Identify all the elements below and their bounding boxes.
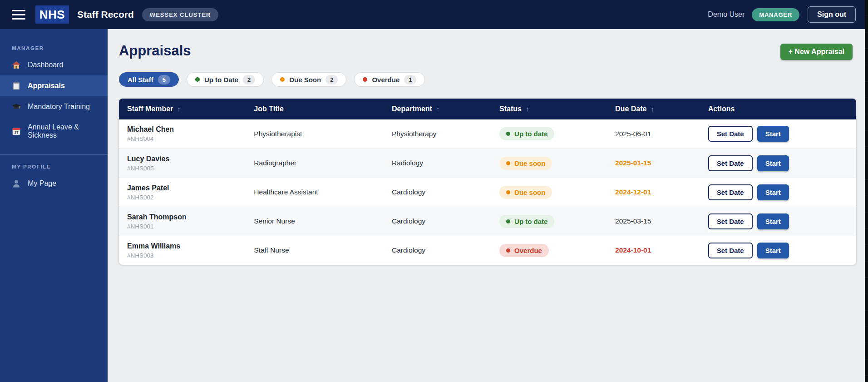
start-button[interactable]: Start bbox=[757, 184, 789, 200]
status-badge: Up to date bbox=[499, 215, 554, 228]
staff-id: #NHS004 bbox=[127, 135, 237, 142]
department-cell: Cardiology bbox=[384, 207, 491, 236]
status-label: Overdue bbox=[514, 247, 542, 254]
sidebar-item-label: My Page bbox=[28, 179, 56, 188]
sidebar-divider bbox=[0, 154, 108, 155]
status-label: Due soon bbox=[514, 159, 545, 167]
status-dot-icon bbox=[506, 132, 510, 136]
person-icon bbox=[12, 179, 21, 188]
app-window: NHS Staff Record WESSEX CLUSTER Demo Use… bbox=[0, 0, 865, 382]
start-button[interactable]: Start bbox=[757, 126, 789, 142]
filter-count-badge: 2 bbox=[326, 75, 338, 84]
status-label: Up to date bbox=[514, 130, 547, 138]
job-title-cell: Staff Nurse bbox=[246, 236, 384, 265]
sidebar-item-dashboard[interactable]: Dashboard bbox=[0, 55, 108, 75]
set-date-button[interactable]: Set Date bbox=[708, 184, 753, 200]
status-label: Up to date bbox=[514, 218, 547, 225]
set-date-button[interactable]: Set Date bbox=[708, 243, 753, 258]
menu-icon[interactable] bbox=[12, 10, 25, 20]
start-button[interactable]: Start bbox=[757, 243, 789, 258]
red-dot-icon bbox=[363, 77, 367, 82]
column-label: Due Date bbox=[615, 105, 646, 113]
department-cell: Radiology bbox=[384, 149, 491, 178]
staff-id: #NHS005 bbox=[127, 165, 237, 172]
status-dot-icon bbox=[506, 190, 510, 194]
status-badge: Due soon bbox=[499, 186, 552, 199]
filter-all-staff[interactable]: All Staff 5 bbox=[119, 72, 179, 87]
set-date-button[interactable]: Set Date bbox=[708, 126, 753, 142]
set-date-button[interactable]: Set Date bbox=[708, 155, 753, 171]
main-content: Appraisals + New Appraisal All Staff 5 U… bbox=[108, 29, 862, 382]
table-row: Lucy Davies #NHS005 Radiographer Radiolo… bbox=[119, 149, 856, 178]
sort-arrow-icon: ↑ bbox=[651, 105, 654, 113]
sort-arrow-icon: ↑ bbox=[436, 105, 440, 113]
page-title: Appraisals bbox=[119, 43, 191, 59]
orange-dot-icon bbox=[280, 77, 285, 82]
column-header-staff-member[interactable]: Staff Member↑ bbox=[119, 99, 246, 119]
staff-name: Lucy Davies bbox=[127, 155, 237, 163]
staff-name: Michael Chen bbox=[127, 125, 237, 134]
sidebar-section-manager: MANAGER bbox=[0, 45, 108, 51]
due-date-cell: 2025-01-15 bbox=[607, 149, 700, 178]
due-date-cell: 2024-12-01 bbox=[607, 178, 700, 207]
column-label: Actions bbox=[708, 105, 735, 113]
filter-due-soon[interactable]: Due Soon 2 bbox=[271, 72, 346, 87]
staff-id: #NHS002 bbox=[127, 194, 237, 201]
status-dot-icon bbox=[506, 219, 510, 223]
calendar-icon: 17 bbox=[12, 127, 21, 136]
sidebar-item-label: Mandatory Training bbox=[28, 103, 90, 111]
due-date-cell: 2024-10-01 bbox=[607, 236, 700, 265]
sidebar-section-my-profile: MY PROFILE bbox=[0, 164, 108, 169]
new-appraisal-button[interactable]: + New Appraisal bbox=[780, 44, 853, 60]
due-date-cell: 2025-03-15 bbox=[607, 207, 700, 236]
staff-name: Sarah Thompson bbox=[127, 213, 237, 221]
table-row: Emma Williams #NHS003 Staff Nurse Cardio… bbox=[119, 236, 856, 265]
sidebar-item-my-page[interactable]: My Page bbox=[0, 173, 108, 194]
column-header-due-date[interactable]: Due Date↑ bbox=[607, 99, 700, 119]
status-dot-icon bbox=[506, 161, 510, 165]
role-badge: MANAGER bbox=[752, 8, 799, 21]
column-label: Job Title bbox=[254, 105, 284, 113]
column-label: Department bbox=[392, 105, 432, 113]
appraisals-table: Staff Member↑ Job Title Department↑ Stat… bbox=[119, 99, 856, 265]
department-cell: Cardiology bbox=[384, 236, 491, 265]
column-header-status[interactable]: Status↑ bbox=[491, 99, 607, 119]
filter-label: Overdue bbox=[372, 76, 399, 84]
column-header-actions: Actions bbox=[700, 99, 856, 119]
job-title-cell: Radiographer bbox=[246, 149, 384, 178]
app-title: Staff Record bbox=[77, 9, 134, 20]
filter-count-badge: 2 bbox=[243, 75, 255, 84]
staff-id: #NHS003 bbox=[127, 252, 237, 259]
user-name: Demo User bbox=[708, 10, 745, 19]
sidebar-nav: MANAGER Dashboard Appraisals bbox=[0, 29, 108, 382]
sidebar-item-label: Annual Leave & Sickness bbox=[28, 123, 96, 139]
cluster-badge: WESSEX CLUSTER bbox=[142, 8, 219, 21]
column-header-department[interactable]: Department↑ bbox=[384, 99, 491, 119]
staff-id: #NHS001 bbox=[127, 223, 237, 230]
background-terminal-sliver bbox=[865, 0, 868, 382]
start-button[interactable]: Start bbox=[757, 213, 789, 229]
appraisals-table-card: Staff Member↑ Job Title Department↑ Stat… bbox=[119, 99, 856, 265]
top-header-bar: NHS Staff Record WESSEX CLUSTER Demo Use… bbox=[0, 0, 865, 29]
sidebar-item-label: Dashboard bbox=[28, 61, 63, 69]
sidebar-item-appraisals[interactable]: Appraisals bbox=[0, 75, 108, 96]
column-header-job-title: Job Title bbox=[246, 99, 384, 119]
filter-overdue[interactable]: Overdue 1 bbox=[354, 72, 425, 87]
staff-name: James Patel bbox=[127, 184, 237, 192]
start-button[interactable]: Start bbox=[757, 155, 789, 171]
sidebar-item-annual-leave[interactable]: 17 Annual Leave & Sickness bbox=[0, 117, 108, 145]
filter-label: All Staff bbox=[128, 76, 153, 84]
status-badge: Due soon bbox=[499, 157, 552, 170]
set-date-button[interactable]: Set Date bbox=[708, 213, 753, 229]
filter-up-to-date[interactable]: Up to Date 2 bbox=[187, 72, 264, 87]
table-row: Sarah Thompson #NHS001 Senior Nurse Card… bbox=[119, 207, 856, 236]
green-dot-icon bbox=[195, 77, 200, 82]
status-badge: Up to date bbox=[499, 127, 554, 140]
sort-arrow-icon: ↑ bbox=[177, 105, 181, 113]
table-row: James Patel #NHS002 Healthcare Assistant… bbox=[119, 178, 856, 207]
svg-text:17: 17 bbox=[14, 130, 19, 135]
status-dot-icon bbox=[506, 248, 510, 253]
sign-out-button[interactable]: Sign out bbox=[808, 6, 856, 23]
sidebar-item-mandatory-training[interactable]: Mandatory Training bbox=[0, 96, 108, 117]
sidebar-item-label: Appraisals bbox=[28, 82, 65, 90]
